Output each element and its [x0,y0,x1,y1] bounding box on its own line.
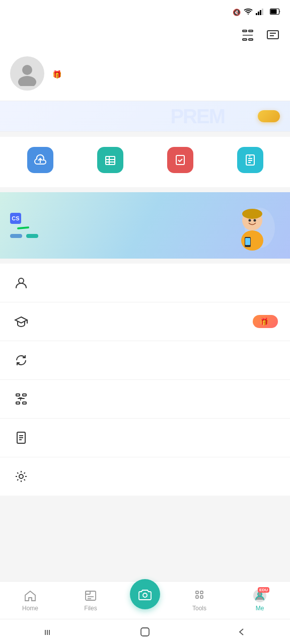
svg-point-15 [22,65,32,75]
no-ads-tag [10,234,22,238]
tools-icon [192,589,206,603]
status-bar: 🔇 [0,0,290,22]
svg-rect-57 [200,591,203,594]
user-icon [12,274,30,292]
svg-rect-42 [23,402,26,404]
settings-icon [12,467,30,486]
nav-files-label: Files [84,605,97,612]
quick-actions: ¥ [0,137,290,187]
upgrade-watermark: PREM [170,105,225,128]
svg-rect-2 [258,12,259,15]
gift-badge-icon: 🎁 [260,317,268,326]
svg-point-36 [19,278,24,283]
svg-rect-18 [106,156,115,165]
profile-info: 🎁 [52,68,65,79]
menu-item-scan[interactable]: T [0,380,290,419]
promo-logo: CS [10,213,38,224]
svg-rect-9 [249,30,253,32]
document-icon [12,429,30,447]
sync-icon [12,351,30,369]
gift-icon: 🎁 [52,70,62,79]
upgrade-now-button[interactable] [258,110,280,122]
nav-me[interactable]: EDU Me [230,587,290,614]
menu-item-account[interactable] [0,264,290,302]
nav-home[interactable]: Home [0,587,60,614]
promo-person [225,200,280,251]
profile-section[interactable]: 🎁 [0,48,290,101]
scan-menu-icon: T [12,390,30,408]
menu-item-settings[interactable] [0,457,290,496]
invoice-icon-bg: ¥ [237,147,263,173]
svg-rect-22 [176,155,184,165]
wifi-icon [244,8,253,17]
svg-rect-58 [196,596,198,598]
svg-point-29 [241,230,263,251]
home-icon [23,589,37,603]
cloud-icon-bg [27,147,53,173]
svg-rect-64 [141,628,149,636]
scan-lines-button[interactable] [239,26,257,44]
free-premium-badge[interactable]: 🎁 [253,315,278,328]
signin-hint: 🎁 [52,70,65,79]
nav-tools[interactable]: Tools [169,587,230,614]
svg-rect-59 [200,596,203,598]
svg-point-50 [19,474,23,478]
svg-point-55 [143,593,147,597]
nav-tools-label: Tools [192,605,206,612]
svg-rect-56 [196,591,198,594]
nav-me-label: Me [256,605,264,612]
svg-rect-39 [16,394,20,396]
graduation-icon [12,312,30,331]
android-back-button[interactable] [224,622,259,641]
android-recent-button[interactable] [31,622,66,641]
avatar [10,56,44,91]
svg-point-0 [248,14,249,15]
promo-free-badge [17,226,29,229]
promo-tags [10,234,38,238]
camera-button[interactable] [130,579,160,609]
files-icon [84,589,98,603]
action-tasks[interactable] [145,147,215,177]
mute-icon: 🔇 [233,9,241,16]
android-home-button[interactable] [127,622,163,641]
promo-banner[interactable]: CS [0,192,290,259]
message-button[interactable] [264,26,282,44]
menu-item-manage-docs[interactable] [0,419,290,457]
svg-rect-8 [243,39,247,40]
svg-rect-41 [23,394,26,396]
svg-rect-12 [267,31,278,39]
me-avatar: EDU [253,589,266,602]
tasks-icon-bg [167,147,193,173]
signal-icon [256,8,264,17]
svg-point-16 [18,76,36,86]
svg-rect-3 [260,10,261,15]
action-invoice[interactable]: ¥ [215,147,285,177]
menu-item-edu[interactable]: 🎁 [0,302,290,341]
svg-point-31 [242,209,262,219]
bottom-nav: Home Files [0,581,290,619]
nav-files[interactable]: Files [60,587,121,614]
camscanner-logo: CS [10,213,21,224]
svg-rect-10 [249,39,253,40]
menu-list: 🎁 T [0,264,290,496]
svg-rect-35 [245,238,250,245]
svg-point-60 [258,592,262,596]
android-nav [0,619,290,644]
action-business[interactable] [75,147,145,177]
svg-point-33 [254,219,256,222]
promo-left: CS [10,213,38,238]
svg-rect-7 [243,30,247,32]
nav-camera[interactable] [121,589,169,611]
action-cloud[interactable] [5,147,75,177]
svg-point-32 [249,219,251,222]
svg-rect-6 [271,9,277,14]
status-right: 🔇 [233,8,281,17]
upgrade-banner[interactable]: PREM [0,101,290,132]
svg-marker-37 [15,317,27,323]
nav-home-label: Home [22,605,38,612]
me-icon: EDU [253,589,267,603]
edu-badge: EDU [258,587,269,593]
days-tag [26,234,38,238]
menu-item-sync[interactable] [0,341,290,380]
svg-text:¥: ¥ [249,154,251,158]
